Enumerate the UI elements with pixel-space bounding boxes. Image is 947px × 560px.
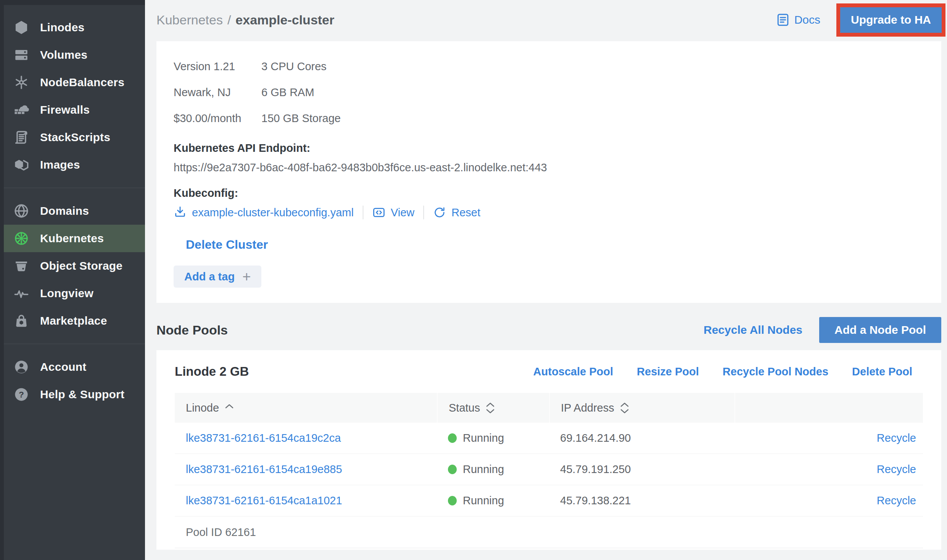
sidebar-item-label: Domains [40,204,89,217]
breadcrumb-section[interactable]: Kubernetes [156,13,223,27]
sidebar-top-strip [0,0,145,5]
pool-header: Linode 2 GB Autoscale Pool Resize Pool R… [175,362,923,381]
table-row: lke38731-62161-6154ca1a1021 Running 45.7… [175,485,923,517]
status-cell: Running [437,432,549,444]
kubeconfig-view-link[interactable]: View [372,206,414,219]
divider [424,206,424,219]
ip-address: 45.79.138.221 [549,494,734,507]
cluster-region: Newark, NJ [174,79,261,105]
status-running-dot [448,496,457,505]
firewall-icon [13,101,30,119]
delete-cluster-link[interactable]: Delete Cluster [186,238,268,252]
pool-name: Linode 2 GB [175,364,249,379]
cluster-storage: 150 GB Storage [261,105,924,131]
main-content: Kubernetes / example-cluster Docs Upgrad… [145,0,947,560]
nodebalancer-icon [13,74,30,91]
cluster-version: Version 1.21 [174,53,261,79]
resize-pool-link[interactable]: Resize Pool [637,365,699,378]
sort-both-icon [620,402,629,414]
ip-address: 45.79.191.250 [549,463,734,476]
pulse-icon [13,285,30,302]
column-header-linode[interactable]: Linode [175,393,437,423]
sidebar: Linodes Volumes NodeBalancers Firewalls … [0,0,145,560]
docs-link[interactable]: Docs [776,13,820,27]
status-running-dot [448,465,457,474]
sidebar-item-linodes[interactable]: Linodes [0,14,145,41]
cluster-cpu: 3 CPU Cores [261,53,924,79]
pool-actions: Autoscale Pool Resize Pool Recycle Pool … [533,365,912,378]
sidebar-item-nodebalancers[interactable]: NodeBalancers [0,69,145,96]
sidebar-divider [0,188,145,188]
api-endpoint-url: https://9e2a7307-b6ac-408f-ba62-9483b0b3… [174,161,924,174]
divider [363,206,363,219]
sidebar-item-label: Volumes [40,48,87,61]
sidebar-divider [0,344,145,344]
sort-both-icon [486,402,494,414]
sidebar-item-label: NodeBalancers [40,76,124,89]
table-header-row: Linode Status IP Address [175,393,923,423]
reset-icon [433,206,446,219]
sidebar-item-label: Account [40,360,86,373]
sidebar-item-marketplace[interactable]: Marketplace [0,307,145,335]
sidebar-item-kubernetes[interactable]: Kubernetes [0,225,145,252]
sidebar-item-label: Marketplace [40,314,107,327]
upgrade-highlight-annotation: Upgrade to HA [836,3,945,37]
node-table: Linode Status IP Address [175,393,923,548]
docs-icon [776,13,790,27]
node-link[interactable]: lke38731-62161-6154ca19c2ca [175,432,437,444]
column-header-ip-address[interactable]: IP Address [549,393,734,423]
sort-asc-icon [225,404,234,409]
sidebar-item-account[interactable]: Account [0,353,145,381]
kubeconfig-download-link[interactable]: example-cluster-kubeconfig.yaml [174,206,354,219]
node-pools-header: Node Pools Recycle All Nodes Add a Node … [156,317,941,343]
cluster-summary-card: Version 1.21 3 CPU Cores Newark, NJ 6 GB… [156,41,941,303]
sidebar-item-label: Kubernetes [40,232,104,245]
recycle-all-nodes-link[interactable]: Recycle All Nodes [704,323,802,336]
sidebar-item-domains[interactable]: Domains [0,197,145,225]
sidebar-left-strip [0,0,4,560]
upgrade-to-ha-button[interactable]: Upgrade to HA [840,7,942,33]
cluster-ram: 6 GB RAM [261,79,924,105]
column-label: Status [449,402,480,414]
volumes-icon [13,46,30,64]
sidebar-item-object-storage[interactable]: Object Storage [0,252,145,280]
breadcrumb-current: example-cluster [235,13,334,27]
view-label: View [391,206,414,219]
download-icon [174,206,187,219]
sidebar-item-stackscripts[interactable]: StackScripts [0,124,145,151]
sidebar-item-longview[interactable]: Longview [0,280,145,307]
status-running-dot [448,433,457,443]
sidebar-item-help-support[interactable]: ? Help & Support [0,381,145,408]
kubeconfig-reset-link[interactable]: Reset [433,206,480,219]
add-tag-label: Add a tag [184,270,235,283]
cluster-price: $30.00/month [174,105,261,131]
recycle-node-link[interactable]: Recycle [877,494,916,507]
sidebar-item-label: StackScripts [40,131,110,144]
add-tag-button[interactable]: Add a tag + [174,266,261,288]
plus-icon: + [242,269,251,284]
node-link[interactable]: lke38731-62161-6154ca19e885 [175,463,437,476]
status-label: Running [463,494,504,507]
column-label: IP Address [561,402,614,414]
delete-pool-link[interactable]: Delete Pool [852,365,912,378]
sidebar-item-label: Firewalls [40,103,90,116]
recycle-node-link[interactable]: Recycle [877,432,916,444]
sidebar-item-images[interactable]: Images [0,151,145,179]
globe-icon [13,202,30,220]
sidebar-item-label: Object Storage [40,259,122,272]
status-cell: Running [437,494,549,507]
breadcrumb-separator: / [227,13,231,27]
marketplace-bag-icon [13,312,30,330]
node-link[interactable]: lke38731-62161-6154ca1a1021 [175,494,437,507]
recycle-node-link[interactable]: Recycle [877,463,916,475]
recycle-pool-nodes-link[interactable]: Recycle Pool Nodes [723,365,828,378]
column-header-status[interactable]: Status [437,393,549,423]
sidebar-item-label: Help & Support [40,388,124,401]
sidebar-item-label: Images [40,158,80,171]
column-label: Linode [186,402,219,414]
sidebar-item-volumes[interactable]: Volumes [0,41,145,69]
autoscale-pool-link[interactable]: Autoscale Pool [533,365,614,378]
sidebar-item-firewalls[interactable]: Firewalls [0,96,145,124]
add-node-pool-button[interactable]: Add a Node Pool [819,317,941,343]
docs-label: Docs [794,13,820,26]
